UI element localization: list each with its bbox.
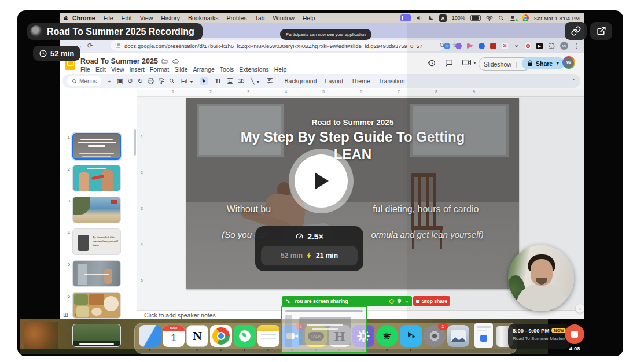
address-bar[interactable]: docs.google.com/presentation/d/17b6R-k1h… — [111, 40, 444, 51]
layout-button[interactable]: Layout — [323, 77, 345, 84]
battery-icon — [470, 15, 481, 21]
insert-comment-tool[interactable] — [267, 78, 273, 84]
menubar-clock[interactable]: Sat Mar 1 8:04 PM — [534, 15, 580, 21]
volume-icon[interactable] — [416, 15, 423, 21]
filmstrip-scrollbar[interactable] — [134, 129, 136, 156]
copy-link-button[interactable] — [565, 22, 587, 40]
external-link-icon — [597, 26, 606, 36]
shape-tool[interactable] — [238, 78, 244, 84]
dock-spotify-icon[interactable] — [376, 325, 398, 347]
slides-menu-item[interactable]: Slide — [174, 66, 187, 73]
slide-thumbnail-4[interactable]: By the end of this masterclass you will … — [72, 228, 121, 255]
slide-thumbnail-3[interactable] — [72, 197, 121, 223]
slides-menu-item[interactable]: View — [111, 66, 124, 73]
screen-sharing-status-icon[interactable] — [400, 14, 411, 21]
open-external-button[interactable] — [590, 22, 612, 40]
star-document-icon[interactable]: ☆ — [151, 58, 156, 65]
duration-badge: 52 min — [33, 46, 80, 61]
select-tool[interactable] — [200, 77, 208, 85]
dock-finder-icon[interactable] — [139, 325, 161, 347]
stop-share-button[interactable]: Stop share — [413, 296, 450, 306]
search-icon — [72, 79, 77, 84]
new-slide-button[interactable]: ＋ — [106, 78, 112, 84]
move-folder-icon[interactable] — [161, 58, 168, 64]
line-tool[interactable]: ╲ ▼ — [249, 77, 262, 84]
slides-menu-item[interactable]: Help — [274, 66, 287, 73]
slides-menu-item[interactable]: Tools — [220, 66, 234, 73]
menubar-menu-item[interactable]: History — [161, 14, 180, 21]
webcam-bubble[interactable] — [508, 245, 574, 311]
dock-flighty-icon[interactable] — [400, 325, 422, 347]
slides-menu-item[interactable]: Arrange — [193, 66, 214, 73]
dock-settings-icon[interactable]: 1 — [424, 325, 446, 347]
toolbar-menus-search[interactable]: Menus — [67, 76, 101, 86]
stop-recording-button[interactable] — [565, 324, 584, 344]
calendar-notification[interactable]: 8:00 - 9:00 PMNOW Road To Summer Masterc… — [508, 324, 569, 349]
slide-thumbnail-2[interactable] — [72, 165, 121, 191]
redo-button[interactable]: ↻ — [138, 78, 143, 84]
document-title[interactable]: Road To Summer 2025 — [80, 57, 158, 65]
sharing-shield-icon[interactable] — [397, 298, 402, 304]
slides-menu-item[interactable]: Extensions — [239, 66, 268, 73]
reload-icon[interactable]: ⟳ — [87, 42, 93, 50]
speed-badge[interactable]: 2.5× 52 min 21 min — [255, 226, 363, 271]
menubar-menu-item[interactable]: View — [140, 14, 153, 21]
paint-format-button[interactable] — [159, 78, 164, 84]
dock-screenshot-icon[interactable] — [447, 325, 469, 347]
dock-calendar-icon[interactable]: MAR1 — [163, 325, 185, 347]
new-slide-layout-icon[interactable]: ▣ — [117, 78, 123, 84]
play-button-ring — [289, 149, 354, 213]
slides-menu-item[interactable]: Format — [150, 66, 169, 73]
slides-menu-item[interactable]: File — [80, 66, 90, 73]
collapse-filmstrip-icon[interactable]: ‹ — [74, 311, 76, 319]
menubar-menu-item[interactable]: Window — [273, 14, 294, 21]
site-settings-icon[interactable] — [115, 43, 121, 49]
zoom-fit-select[interactable]: Fit ▼ — [179, 77, 196, 84]
theme-button[interactable]: Theme — [349, 77, 372, 84]
undo-button[interactable]: ↺ — [127, 78, 133, 84]
menubar-menu-item[interactable]: Help — [303, 14, 315, 21]
sharing-record-icon[interactable] — [389, 299, 394, 304]
stop-recording-square-icon — [571, 331, 578, 338]
sharing-minimize-icon[interactable]: ⌄ — [404, 298, 409, 304]
dock-whatsapp-icon[interactable] — [234, 325, 256, 347]
slide-number: 6 — [64, 294, 70, 299]
grid-view-icon[interactable]: ⊞ — [63, 311, 68, 319]
spotlight-search-icon[interactable] — [498, 15, 504, 21]
background-button[interactable]: Background — [283, 77, 319, 84]
menubar-menu-item[interactable]: Tab — [255, 14, 264, 21]
video-player[interactable]: Chrome FileEditViewHistoryBookmarksProfi… — [17, 10, 623, 356]
chrome-menubar-icon[interactable] — [522, 14, 529, 21]
textbox-tool[interactable]: Tt — [213, 77, 222, 84]
cloud-saved-icon[interactable] — [172, 58, 179, 64]
notification-title: Road To Summer Mastercl — [513, 336, 565, 341]
slides-menu-item[interactable]: Edit — [95, 66, 106, 73]
dock-notes-icon[interactable] — [257, 325, 279, 347]
focus-moon-icon[interactable] — [428, 15, 434, 21]
wifi-icon[interactable] — [486, 16, 493, 21]
menubar-menu-item[interactable]: File — [104, 14, 113, 21]
slide-thumbnail-5[interactable] — [72, 260, 121, 287]
menubar-app-name[interactable]: Chrome — [72, 14, 95, 21]
input-source-icon[interactable]: A — [439, 14, 447, 22]
menubar-menu-item[interactable]: Bookmarks — [188, 14, 219, 21]
insert-image-tool[interactable] — [227, 78, 233, 84]
slides-menu-item[interactable]: Insert — [130, 66, 145, 73]
dock-window-preview[interactable] — [474, 323, 493, 348]
dock-separator — [470, 327, 470, 346]
menubar-menu-item[interactable]: Profiles — [226, 14, 246, 21]
slide-thumbnail-6[interactable] — [72, 292, 121, 319]
dock-notion-icon[interactable]: N — [186, 325, 208, 347]
macos-menubar: Chrome FileEditViewHistoryBookmarksProfi… — [60, 13, 584, 23]
play-button[interactable] — [295, 154, 348, 208]
slide-thumbnail-7[interactable] — [72, 324, 121, 347]
transition-button[interactable]: Transition — [377, 77, 407, 84]
menubar-menu-item[interactable]: Edit — [122, 14, 132, 21]
original-duration: 52 min — [281, 252, 303, 260]
dock-chrome-icon[interactable] — [210, 325, 232, 347]
print-button[interactable] — [148, 78, 154, 84]
slide-thumbnail-1[interactable] — [72, 133, 121, 160]
play-icon — [312, 171, 330, 191]
user-switch-icon[interactable] — [509, 15, 517, 21]
zoom-tool-icon[interactable] — [169, 78, 175, 84]
